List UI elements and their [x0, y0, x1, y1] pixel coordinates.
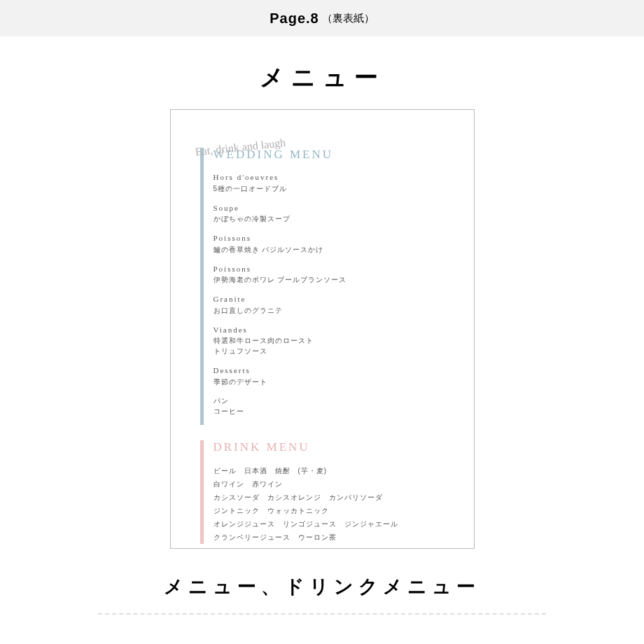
header-bar: Page.8 （裏表紙）	[0, 0, 644, 36]
wedding-accent-bar	[200, 148, 204, 425]
menu-item-en: Granite	[214, 293, 453, 305]
menu-item-jp: 鱸の香草焼き バジルソースかけ	[214, 244, 453, 255]
page-label-main: Page.8	[270, 10, 318, 27]
section-spacer	[200, 425, 453, 440]
menu-item-jp: 伊勢海老のポワレ ブールブランソース	[214, 274, 453, 285]
page-label-sub: （裏表紙）	[322, 12, 374, 25]
menu-item-jp: 5種の一口オードブル	[214, 183, 453, 194]
menu-item-en: Viandes	[214, 324, 453, 336]
page-title: メニュー	[0, 62, 644, 94]
menu-item: Soupe かぼちゃの冷製スープ	[214, 202, 453, 225]
menu-item-jp: かぼちゃの冷製スープ	[214, 214, 453, 224]
drink-menu-section: DRINK MENU ビール 日本酒 焼酎 (芋・麦) 白ワイン 赤ワイン カシ…	[200, 440, 453, 544]
menu-item-jp: 季節のデザート	[214, 377, 453, 387]
menu-item: パン コーヒー	[214, 396, 453, 416]
menu-item: Poissons 伊勢海老のポワレ ブールブランソース	[214, 263, 453, 286]
drink-line: ジントニック ウォッカトニック	[214, 504, 453, 517]
menu-item-jp2: コーヒー	[214, 406, 453, 416]
menu-item-en: Hors d'oeuvres	[214, 172, 453, 183]
wedding-menu-section: WEDDING MENU Hors d'oeuvres 5種の一口オードブル S…	[200, 148, 453, 425]
drink-line: オレンジジュース リンゴジュース ジンジャエール	[214, 517, 453, 531]
menu-item: Viandes 特選和牛ロース肉のロースト トリュフソース	[214, 324, 453, 357]
menu-item-jp2: トリュフソース	[214, 346, 453, 356]
menu-item: Desserts 季節のデザート	[214, 365, 453, 387]
menu-card: Eat, drink and laugh WEDDING MENU Hors d…	[170, 109, 475, 549]
drink-line: クランベリージュース ウーロン茶	[214, 531, 453, 544]
drink-line: カシスソーダ カシスオレンジ カンパリソーダ	[214, 491, 453, 504]
menu-item-en: Soupe	[214, 202, 453, 214]
menu-item: Hors d'oeuvres 5種の一口オードブル	[214, 172, 453, 194]
menu-item: Granite お口直しのグラニテ	[214, 293, 453, 316]
drink-line: ビール 日本酒 焼酎 (芋・麦)	[214, 464, 453, 477]
menu-item-jp: パン	[214, 396, 453, 406]
dashed-divider	[98, 613, 546, 615]
drink-accent-bar	[200, 440, 204, 544]
drink-line: 白ワイン 赤ワイン	[214, 477, 453, 491]
drink-body: DRINK MENU ビール 日本酒 焼酎 (芋・麦) 白ワイン 赤ワイン カシ…	[214, 440, 453, 544]
menu-item: Poissons 鱸の香草焼き バジルソースかけ	[214, 232, 453, 255]
menu-item-en: Poissons	[214, 263, 453, 275]
menu-item-en: Poissons	[214, 232, 453, 244]
wedding-body: WEDDING MENU Hors d'oeuvres 5種の一口オードブル S…	[214, 148, 453, 425]
menu-item-jp: お口直しのグラニテ	[214, 305, 453, 316]
drink-lines: ビール 日本酒 焼酎 (芋・麦) 白ワイン 赤ワイン カシスソーダ カシスオレン…	[214, 464, 453, 544]
footer-caption: メニュー、ドリンクメニュー	[0, 574, 644, 599]
menu-item-en: Desserts	[214, 365, 453, 377]
menu-item-jp: 特選和牛ロース肉のロースト	[214, 335, 453, 346]
drink-title: DRINK MENU	[214, 440, 453, 454]
